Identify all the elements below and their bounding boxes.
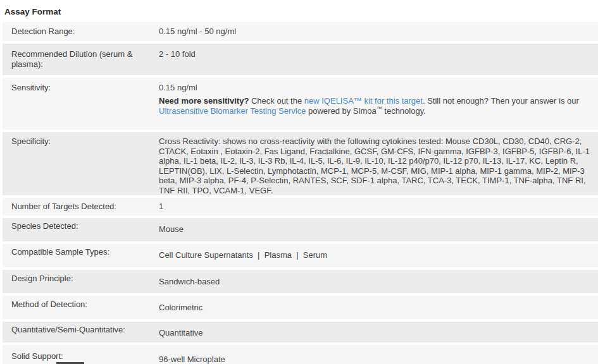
row-value: 96-well Microplate: [159, 355, 597, 364]
row-value: Colorimetric: [159, 303, 597, 313]
note-text: technology.: [382, 106, 426, 116]
iqelisa-kit-link[interactable]: new IQELISA™ kit for this target: [304, 96, 423, 106]
row-value: Mouse: [159, 224, 597, 234]
row-label: Recommended Dilution (serum & plasma):: [3, 49, 159, 75]
trademark-symbol: ™: [377, 106, 382, 112]
row-value: Cell Culture Supernatants | Plasma | Ser…: [159, 250, 597, 260]
row-label: Method of Detection:: [3, 300, 159, 319]
row-label: Specificity:: [3, 136, 159, 195]
row-detection-range: Detection Range: 0.15 ng/ml - 50 ng/ml: [3, 22, 598, 41]
row-solid-support: Solid Support: 96-well Microplate: [3, 345, 598, 364]
row-label: Sensitivity:: [3, 83, 159, 130]
row-label: Compatible Sample Types:: [3, 247, 159, 267]
note-text: powered by Simoa: [306, 106, 376, 116]
row-value: Sandwich-based: [159, 277, 597, 287]
row-method-of-detection: Method of Detection: Colorimetric: [3, 296, 598, 319]
row-value: 0.15 ng/ml Need more sensitivity? Check …: [159, 83, 598, 130]
assay-format-section: Assay Format Detection Range: 0.15 ng/ml…: [0, 0, 598, 364]
assay-format-table: Detection Range: 0.15 ng/ml - 50 ng/ml R…: [3, 22, 598, 364]
row-label: Detection Range:: [3, 27, 159, 41]
row-species-detected: Species Detected: Mouse: [3, 218, 598, 241]
row-value: 2 - 10 fold: [159, 49, 598, 75]
row-sensitivity: Sensitivity: 0.15 ng/ml Need more sensit…: [3, 78, 598, 130]
ultrasensitive-service-link[interactable]: Ultrasensitive Biomarker Testing Service: [159, 106, 306, 116]
row-label: Design Principle:: [3, 274, 159, 293]
row-value: Quantitative: [159, 328, 597, 338]
row-value: Cross Reactivity: shows no cross-reactiv…: [159, 136, 598, 195]
row-value: 0.15 ng/ml - 50 ng/ml: [159, 27, 598, 41]
section-title: Assay Format: [0, 0, 598, 17]
row-recommended-dilution: Recommended Dilution (serum & plasma): 2…: [3, 44, 598, 75]
sensitivity-value: 0.15 ng/ml: [159, 83, 597, 93]
row-label: Quantitative/Semi-Quantitative:: [3, 325, 159, 343]
note-text: Check out the: [249, 96, 304, 106]
row-value: 1: [159, 202, 598, 215]
row-compatible-sample-types: Compatible Sample Types: Cell Culture Su…: [3, 244, 598, 267]
row-label: Species Detected:: [3, 221, 159, 241]
sensitivity-note: Need more sensitivity? Check out the new…: [159, 96, 597, 116]
note-text: . Still not enough? Then your answer is …: [423, 96, 579, 106]
note-bold-prefix: Need more sensitivity?: [159, 96, 249, 106]
row-label: Number of Targets Detected:: [3, 202, 159, 215]
row-design-principle: Design Principle: Sandwich-based: [3, 270, 598, 293]
row-number-of-targets: Number of Targets Detected: 1: [3, 198, 598, 215]
row-specificity: Specificity: Cross Reactivity: shows no …: [3, 132, 598, 195]
row-quantitative: Quantitative/Semi-Quantitative: Quantita…: [3, 322, 598, 343]
